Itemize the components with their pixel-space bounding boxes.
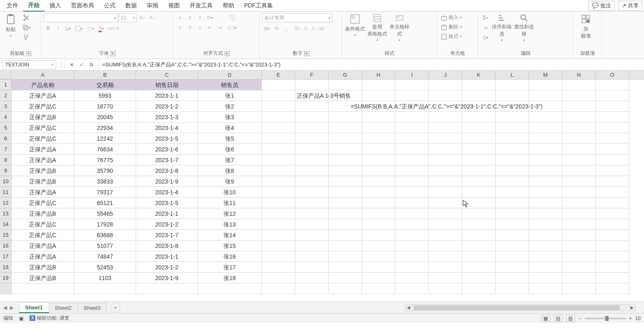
- cell[interactable]: [295, 208, 329, 219]
- cell[interactable]: 17928: [74, 219, 136, 230]
- increase-font-button[interactable]: A↑: [138, 13, 147, 22]
- cell[interactable]: [362, 198, 395, 208]
- select-all-corner[interactable]: [0, 71, 12, 79]
- cell[interactable]: 2023-1-6: [136, 144, 198, 155]
- menu-devtools[interactable]: 开发工具: [185, 0, 218, 11]
- cell[interactable]: [262, 262, 295, 273]
- cell[interactable]: [562, 101, 596, 112]
- cell[interactable]: [295, 251, 329, 262]
- cell[interactable]: [262, 101, 295, 112]
- cell[interactable]: [429, 198, 462, 208]
- cell[interactable]: [429, 219, 462, 230]
- cell[interactable]: [295, 144, 329, 155]
- cell[interactable]: [496, 240, 529, 251]
- autosum-button[interactable]: Σ▾: [481, 13, 490, 22]
- cell[interactable]: [596, 251, 629, 262]
- cell[interactable]: [562, 187, 596, 198]
- cell[interactable]: [562, 273, 596, 283]
- cell[interactable]: 张1: [198, 90, 262, 101]
- cell[interactable]: 63688: [74, 230, 136, 240]
- row-header[interactable]: 16: [0, 240, 12, 251]
- cell[interactable]: [529, 208, 562, 219]
- cell[interactable]: 正保产品A: [12, 251, 74, 262]
- cell[interactable]: [462, 187, 496, 198]
- cell[interactable]: [596, 283, 629, 294]
- cell[interactable]: [496, 187, 529, 198]
- cell[interactable]: [262, 112, 295, 123]
- cell[interactable]: 18770: [74, 101, 136, 112]
- cell[interactable]: [329, 176, 362, 187]
- cell[interactable]: [395, 133, 429, 144]
- cell[interactable]: [496, 198, 529, 208]
- cell[interactable]: [496, 262, 529, 273]
- cell[interactable]: [529, 219, 562, 230]
- indent-increase-button[interactable]: ⇥: [215, 23, 224, 32]
- cell[interactable]: [529, 273, 562, 283]
- cell[interactable]: [529, 283, 562, 294]
- zoom-value[interactable]: 10: [635, 316, 641, 321]
- cell[interactable]: 2023-1-4: [136, 187, 198, 198]
- cell[interactable]: 张17: [198, 262, 262, 273]
- row-header[interactable]: 12: [0, 198, 12, 208]
- row-header[interactable]: 4: [0, 112, 12, 123]
- cell[interactable]: [562, 155, 596, 165]
- row-header[interactable]: 15: [0, 230, 12, 240]
- cell[interactable]: 2023-1-2: [136, 262, 198, 273]
- cell[interactable]: [596, 112, 629, 123]
- cell[interactable]: 张10: [198, 187, 262, 198]
- cell[interactable]: [262, 165, 295, 176]
- cell[interactable]: [562, 251, 596, 262]
- cell[interactable]: 2023-1-7: [136, 230, 198, 240]
- cell[interactable]: [362, 208, 395, 219]
- cell[interactable]: [362, 230, 395, 240]
- cell[interactable]: [596, 133, 629, 144]
- menu-review[interactable]: 审阅: [142, 0, 163, 11]
- cell[interactable]: [362, 112, 395, 123]
- cell[interactable]: [295, 176, 329, 187]
- cell[interactable]: [429, 144, 462, 155]
- name-box-expand[interactable]: ⋮: [59, 62, 64, 68]
- cut-button[interactable]: [21, 13, 32, 22]
- cell[interactable]: [262, 219, 295, 230]
- page-break-button[interactable]: ▥: [566, 315, 575, 322]
- cell[interactable]: [429, 165, 462, 176]
- cell[interactable]: 张13: [198, 219, 262, 230]
- align-bottom-button[interactable]: ≡: [195, 13, 204, 22]
- cell[interactable]: [596, 187, 629, 198]
- cell[interactable]: [329, 240, 362, 251]
- cell[interactable]: [462, 262, 496, 273]
- col-header-A[interactable]: A: [12, 71, 74, 79]
- cell[interactable]: [362, 80, 395, 90]
- col-header-N[interactable]: N: [562, 71, 596, 79]
- italic-button[interactable]: I: [54, 24, 63, 33]
- accounting-button[interactable]: ⊞▾: [262, 24, 271, 33]
- cell[interactable]: [429, 283, 462, 294]
- cell[interactable]: [329, 219, 362, 230]
- cell[interactable]: [395, 155, 429, 165]
- cell[interactable]: [562, 208, 596, 219]
- tab-nav-next[interactable]: ▶: [10, 305, 16, 311]
- cell[interactable]: 1103: [74, 273, 136, 283]
- orientation-button[interactable]: ⟳▾: [205, 13, 214, 22]
- cell[interactable]: [529, 80, 562, 90]
- col-header-B[interactable]: B: [74, 71, 136, 79]
- cell[interactable]: [496, 80, 529, 90]
- menu-home[interactable]: 开始: [23, 0, 45, 12]
- cell[interactable]: [395, 208, 429, 219]
- cell[interactable]: 张16: [198, 251, 262, 262]
- cell[interactable]: [329, 123, 362, 133]
- cell[interactable]: [596, 262, 629, 273]
- cell[interactable]: [362, 90, 395, 101]
- cell[interactable]: 张5: [198, 133, 262, 144]
- cell[interactable]: 2023-1-4: [136, 123, 198, 133]
- indent-decrease-button[interactable]: ⇤: [205, 23, 214, 32]
- cell[interactable]: [496, 273, 529, 283]
- col-header-O[interactable]: O: [596, 71, 629, 79]
- cell[interactable]: [562, 176, 596, 187]
- cell[interactable]: 正保产品C: [12, 219, 74, 230]
- cell[interactable]: 张8: [198, 165, 262, 176]
- cell[interactable]: [496, 219, 529, 230]
- row-header[interactable]: 8: [0, 155, 12, 165]
- cell[interactable]: 正保产品B: [12, 262, 74, 273]
- cell[interactable]: [529, 251, 562, 262]
